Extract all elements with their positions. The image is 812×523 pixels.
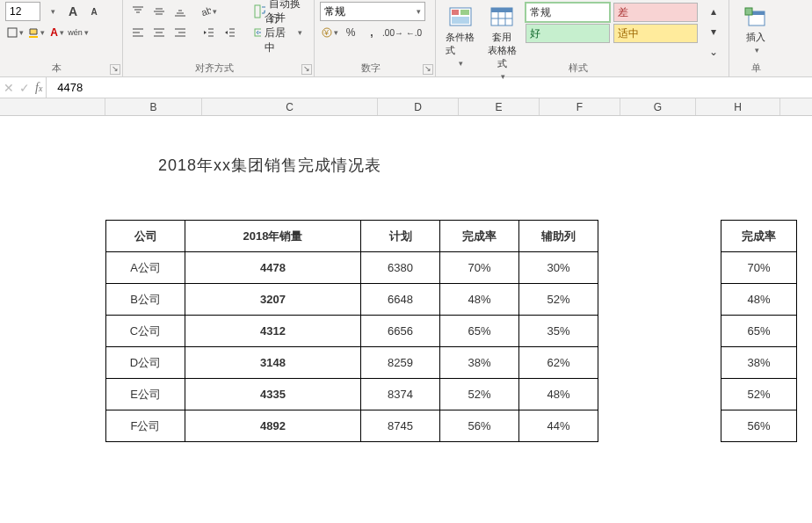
- table-format-icon: [488, 4, 516, 29]
- cell-company[interactable]: E公司: [106, 379, 185, 410]
- style-normal[interactable]: 常规: [526, 3, 610, 22]
- cell-rate[interactable]: 70%: [721, 252, 797, 284]
- cell-rate[interactable]: 52%: [721, 379, 797, 410]
- svg-rect-33: [452, 10, 459, 15]
- align-left-button[interactable]: [128, 23, 148, 42]
- svg-rect-0: [8, 28, 17, 37]
- cell-sales[interactable]: 3148: [185, 347, 361, 379]
- table-header: 完成率: [440, 221, 519, 252]
- cell-company[interactable]: B公司: [106, 284, 185, 316]
- cell-rate[interactable]: 48%: [440, 284, 519, 316]
- column-header[interactable]: E: [459, 98, 540, 115]
- cell-plan[interactable]: 8259: [361, 347, 440, 379]
- font-dialog-launcher[interactable]: ↘: [110, 64, 120, 75]
- decrease-font-button[interactable]: A: [84, 2, 104, 21]
- cell-plan[interactable]: 8745: [361, 410, 440, 442]
- orientation-button[interactable]: ab: [199, 2, 218, 21]
- font-color-button[interactable]: A: [47, 23, 67, 42]
- conditional-format-button[interactable]: 条件格式: [441, 2, 480, 70]
- column-header[interactable]: D: [378, 98, 459, 115]
- percent-button[interactable]: %: [341, 23, 360, 42]
- cell-sales[interactable]: 4478: [185, 252, 361, 284]
- cell-rate[interactable]: 38%: [721, 347, 797, 379]
- cell-rate[interactable]: 65%: [721, 316, 797, 347]
- align-middle-button[interactable]: [149, 2, 169, 21]
- column-headers[interactable]: BCDEFGH: [0, 98, 812, 116]
- cell-rate[interactable]: 48%: [721, 284, 797, 316]
- cell-rate[interactable]: 65%: [440, 316, 519, 347]
- accounting-format-button[interactable]: ¥: [320, 23, 339, 42]
- phonetic-button[interactable]: wén: [69, 23, 88, 42]
- table-row: 48%: [721, 284, 797, 316]
- fx-button[interactable]: fx: [35, 81, 42, 95]
- cell-plan[interactable]: 8374: [361, 379, 440, 410]
- style-bad[interactable]: 差: [613, 3, 698, 22]
- cell-aux[interactable]: 30%: [519, 252, 598, 284]
- align-top-button[interactable]: [128, 2, 148, 21]
- cell-aux[interactable]: 62%: [519, 347, 598, 379]
- side-header: 完成率: [721, 221, 797, 252]
- decrease-decimal-button[interactable]: ←.0: [404, 23, 424, 42]
- table-row: C公司4312665665%35%: [106, 316, 598, 347]
- style-neutral[interactable]: 适中: [613, 24, 698, 43]
- confirm-edit-button[interactable]: ✓: [19, 81, 30, 95]
- cell-rate[interactable]: 56%: [721, 410, 797, 442]
- cell-sales[interactable]: 4335: [185, 379, 361, 410]
- border-button[interactable]: [5, 23, 25, 42]
- insert-button[interactable]: 插入: [735, 2, 777, 57]
- cell-rate[interactable]: 70%: [440, 252, 519, 284]
- column-header[interactable]: H: [696, 98, 780, 115]
- grid-area[interactable]: 2018年xx集团销售完成情况表 公司2018年销量计划完成率辅助列A公司447…: [0, 116, 812, 523]
- cancel-edit-button[interactable]: ✕: [4, 81, 14, 95]
- cell-sales[interactable]: 4892: [185, 410, 361, 442]
- style-scroll-up[interactable]: ▴: [704, 2, 723, 21]
- column-header[interactable]: C: [202, 98, 378, 115]
- cell-aux[interactable]: 48%: [519, 379, 598, 410]
- align-bottom-button[interactable]: [170, 2, 190, 21]
- alignment-dialog-launcher[interactable]: ↘: [301, 64, 312, 75]
- number-dialog-launcher[interactable]: ↘: [423, 64, 433, 75]
- fill-color-button[interactable]: [26, 23, 46, 42]
- cell-rate[interactable]: 56%: [440, 410, 519, 442]
- cell-plan[interactable]: 6380: [361, 252, 440, 284]
- decrease-indent-button[interactable]: [199, 23, 218, 42]
- formula-input[interactable]: [47, 77, 812, 98]
- cell-aux[interactable]: 35%: [519, 316, 598, 347]
- column-header[interactable]: F: [540, 98, 620, 115]
- increase-indent-button[interactable]: [220, 23, 239, 42]
- cell-style-gallery[interactable]: 常规 差 好 适中: [525, 2, 699, 44]
- font-size-dropdown[interactable]: [42, 2, 62, 21]
- cell-company[interactable]: A公司: [106, 252, 185, 284]
- cell-rate[interactable]: 38%: [440, 347, 519, 379]
- cell-aux[interactable]: 44%: [519, 410, 598, 442]
- insert-label: 插入: [746, 31, 765, 44]
- increase-decimal-button[interactable]: .00→: [383, 23, 402, 42]
- font-size-input[interactable]: [5, 2, 40, 21]
- table-row: A公司4478638070%30%: [106, 252, 598, 284]
- cells-group-label: 单: [729, 62, 782, 75]
- style-expand[interactable]: ⌄: [704, 42, 723, 62]
- cell-aux[interactable]: 52%: [519, 284, 598, 316]
- align-center-button[interactable]: [149, 23, 169, 42]
- style-scroll-down[interactable]: ▾: [704, 22, 723, 41]
- comma-button[interactable]: ,: [362, 23, 381, 42]
- cell-company[interactable]: F公司: [106, 410, 185, 442]
- column-header[interactable]: B: [105, 98, 202, 115]
- cell-company[interactable]: D公司: [106, 347, 185, 379]
- main-table: 公司2018年销量计划完成率辅助列A公司4478638070%30%B公司320…: [105, 220, 598, 442]
- cell-sales[interactable]: 3207: [185, 284, 361, 316]
- alignment-group-label: 对齐方式: [123, 62, 305, 75]
- number-format-dropdown[interactable]: [408, 2, 427, 21]
- column-header[interactable]: G: [620, 98, 696, 115]
- merge-center-button[interactable]: 合并后居中: [248, 23, 308, 42]
- cell-sales[interactable]: 4312: [185, 316, 361, 347]
- cell-rate[interactable]: 52%: [440, 379, 519, 410]
- style-good[interactable]: 好: [526, 24, 610, 43]
- increase-font-button[interactable]: A: [63, 2, 83, 21]
- align-right-button[interactable]: [170, 23, 190, 42]
- cell-plan[interactable]: 6656: [361, 316, 440, 347]
- cell-company[interactable]: C公司: [106, 316, 185, 347]
- cell-plan[interactable]: 6648: [361, 284, 440, 316]
- table-row: 65%: [721, 316, 797, 347]
- table-row: E公司4335837452%48%: [106, 379, 598, 410]
